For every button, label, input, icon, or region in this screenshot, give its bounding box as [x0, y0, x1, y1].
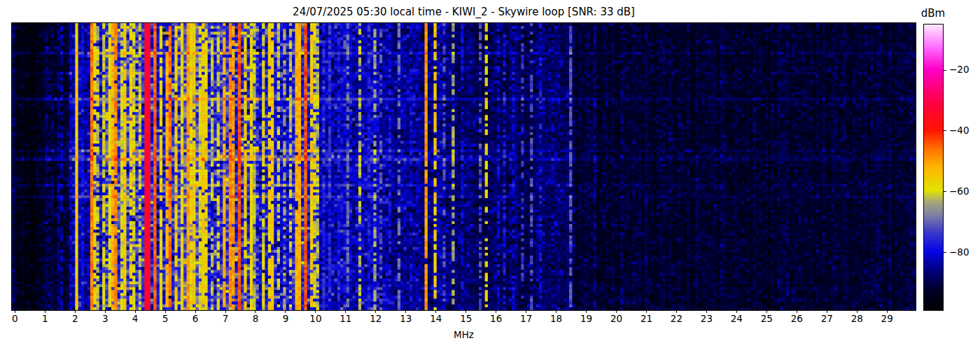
x-tick-label: 10 [302, 314, 330, 324]
x-tick-label: 11 [332, 314, 360, 324]
x-tick-label: 9 [272, 314, 300, 324]
x-tick-label: 5 [151, 314, 179, 324]
x-tick-label: 19 [573, 314, 601, 324]
colorbar-tick-label: −60 [949, 186, 980, 197]
x-tick-label: 4 [121, 314, 149, 324]
x-tick-label: 27 [813, 314, 841, 324]
x-tick-label: 25 [752, 314, 780, 324]
x-tick-label: 0 [1, 314, 29, 324]
colorbar-tick-label: −20 [949, 64, 980, 75]
colorbar-canvas [924, 24, 943, 310]
colorbar [923, 24, 944, 311]
x-tick-label: 24 [722, 314, 750, 324]
x-tick-label: 26 [783, 314, 811, 324]
x-tick-label: 7 [211, 314, 239, 324]
waterfall-plot-area [11, 22, 916, 311]
x-tick-label: 18 [542, 314, 570, 324]
waterfall-canvas [12, 23, 916, 310]
colorbar-unit-label: dBm [917, 7, 949, 20]
colorbar-tick-label: −40 [949, 125, 980, 136]
x-tick-label: 20 [603, 314, 631, 324]
chart-title: 24/07/2025 05:30 local time - KIWI_2 - S… [12, 6, 916, 18]
x-tick-label: 1 [31, 314, 59, 324]
x-tick-label: 3 [91, 314, 119, 324]
x-tick-label: 2 [61, 314, 89, 324]
colorbar-tick-mark [944, 191, 946, 192]
x-axis-label: MHz [12, 329, 916, 340]
x-tick-label: 17 [512, 314, 540, 324]
x-tick-label: 14 [422, 314, 450, 324]
x-tick-label: 16 [482, 314, 510, 324]
x-tick-label: 22 [662, 314, 690, 324]
colorbar-tick-mark [944, 252, 946, 253]
x-tick-label: 23 [692, 314, 720, 324]
colorbar-tick-label: −80 [949, 247, 980, 258]
x-tick-label: 13 [392, 314, 420, 324]
colorbar-tick-mark [944, 130, 946, 131]
x-tick-label: 29 [873, 314, 901, 324]
spectrogram-figure: 24/07/2025 05:30 local time - KIWI_2 - S… [0, 0, 980, 350]
x-tick-label: 8 [241, 314, 270, 324]
x-tick-label: 28 [843, 314, 871, 324]
x-tick-label: 12 [362, 314, 390, 324]
x-tick-label: 15 [452, 314, 480, 324]
x-tick-label: 21 [632, 314, 660, 324]
colorbar-tick-mark [944, 70, 946, 71]
x-tick-label: 6 [181, 314, 209, 324]
